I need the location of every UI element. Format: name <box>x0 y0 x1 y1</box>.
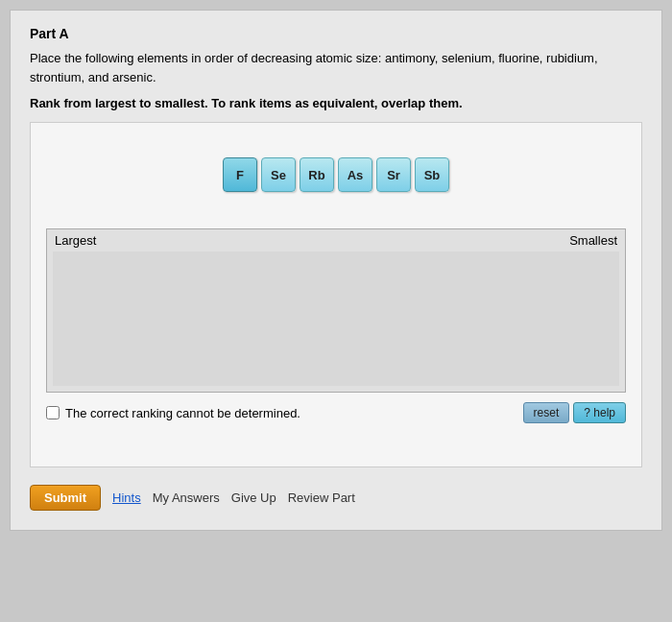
submit-button[interactable]: Submit <box>30 485 101 511</box>
element-tile-F[interactable]: F <box>223 157 257 192</box>
element-tile-Se[interactable]: Se <box>261 157 296 192</box>
elements-row: F Se Rb As Sr Sb <box>46 138 626 202</box>
element-tile-As[interactable]: As <box>338 157 372 192</box>
smallest-label: Smallest <box>569 233 617 248</box>
footer-bar: Submit Hints My Answers Give Up Review P… <box>30 481 642 511</box>
drag-area: F Se Rb As Sr Sb Largest Smallest <box>30 122 642 467</box>
hints-link[interactable]: Hints <box>112 490 141 505</box>
element-tile-Rb[interactable]: Rb <box>300 157 334 192</box>
review-part-link[interactable]: Review Part <box>288 490 355 505</box>
rank-instruction: Rank from largest to smallest. To rank i… <box>30 96 642 110</box>
main-container: Part A Place the following elements in o… <box>10 10 662 531</box>
ranking-drop-zone[interactable] <box>53 251 619 386</box>
ranking-labels: Largest Smallest <box>47 229 625 251</box>
help-button[interactable]: ? help <box>573 402 626 423</box>
ranking-box: Largest Smallest <box>46 228 626 393</box>
cannot-determine-label: The correct ranking cannot be determined… <box>65 406 300 420</box>
instructions-text: Place the following elements in order of… <box>30 49 642 86</box>
action-buttons-right: reset ? help <box>523 402 626 423</box>
element-tile-Sr[interactable]: Sr <box>376 157 411 192</box>
my-answers-link[interactable]: My Answers <box>153 490 220 505</box>
give-up-link[interactable]: Give Up <box>231 490 276 505</box>
largest-label: Largest <box>55 233 96 248</box>
part-label: Part A <box>30 26 642 41</box>
cannot-determine-checkbox[interactable] <box>46 406 60 419</box>
bottom-row: The correct ranking cannot be determined… <box>46 402 626 423</box>
element-tile-Sb[interactable]: Sb <box>415 157 449 192</box>
cannot-determine-row: The correct ranking cannot be determined… <box>46 406 300 420</box>
reset-button[interactable]: reset <box>523 402 570 423</box>
